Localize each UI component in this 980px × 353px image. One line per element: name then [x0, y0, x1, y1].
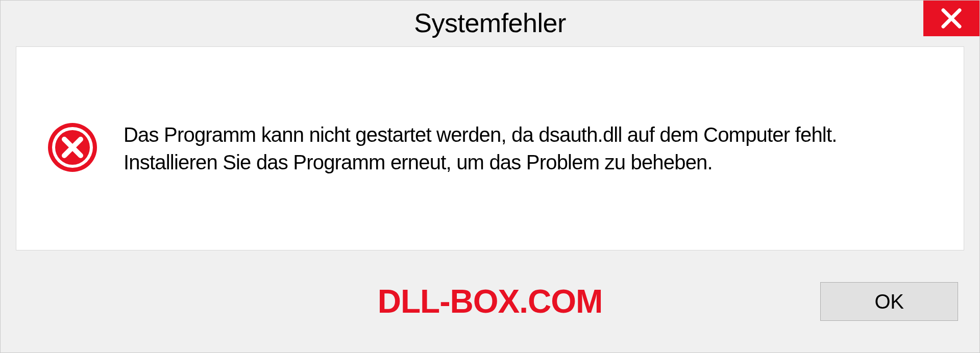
- error-message: Das Programm kann nicht gestartet werden…: [124, 121, 943, 176]
- close-icon: [940, 7, 963, 30]
- error-icon: [47, 122, 98, 175]
- close-button[interactable]: [923, 1, 979, 36]
- footer: DLL-BOX.COM OK: [1, 250, 979, 352]
- ok-button[interactable]: OK: [820, 282, 958, 321]
- watermark-text: DLL-BOX.COM: [378, 283, 603, 320]
- titlebar: Systemfehler: [1, 1, 979, 46]
- error-dialog: Systemfehler Das Programm kann nicht ges…: [0, 0, 980, 353]
- dialog-title: Systemfehler: [414, 8, 566, 38]
- content-panel: Das Programm kann nicht gestartet werden…: [16, 46, 964, 250]
